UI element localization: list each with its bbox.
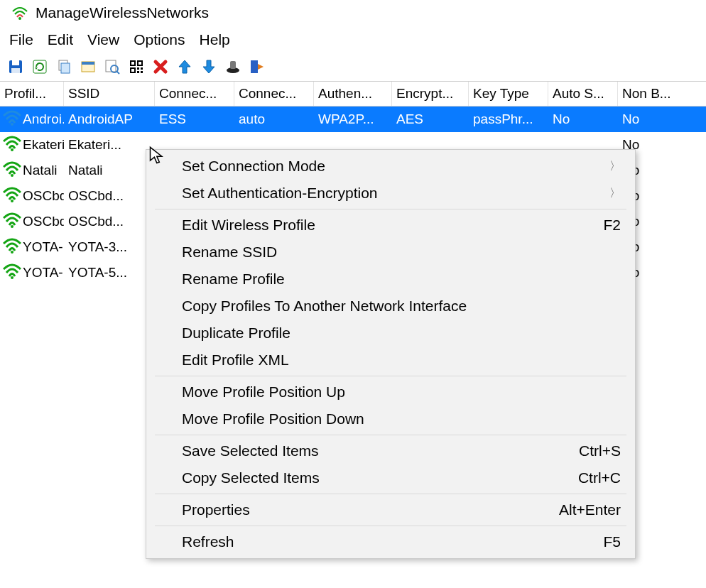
- connection-type-cell: [155, 143, 234, 147]
- authentication-cell: WPA2P...: [314, 109, 392, 129]
- interface-icon[interactable]: [223, 57, 243, 77]
- menu-item[interactable]: Edit Wireless ProfileF2: [146, 212, 635, 239]
- menu-item[interactable]: Rename SSID: [146, 239, 635, 266]
- column-encryption[interactable]: Encrypt...: [392, 82, 469, 106]
- submenu-arrow-icon: 〉: [609, 186, 621, 201]
- svg-point-0: [18, 17, 21, 20]
- move-up-icon[interactable]: [175, 57, 195, 77]
- column-auto-switch[interactable]: Auto S...: [548, 82, 618, 106]
- menu-view[interactable]: View: [85, 30, 121, 50]
- delete-icon[interactable]: [151, 57, 170, 77]
- profile-cell: YOTA-...: [0, 261, 64, 285]
- profile-name: OSCbd...: [23, 214, 64, 229]
- menu-item-label: Set Connection Mode: [182, 158, 325, 175]
- move-down-icon[interactable]: [199, 57, 219, 77]
- menu-item[interactable]: Save Selected ItemsCtrl+S: [146, 437, 635, 464]
- column-connection-mode[interactable]: Connec...: [234, 82, 314, 106]
- svg-point-29: [11, 225, 13, 228]
- profile-name: YOTA-...: [23, 239, 64, 255]
- non-broadcast-cell: No: [618, 109, 680, 129]
- menu-item-label: Set Authentication-Encryption: [182, 185, 378, 202]
- column-profile[interactable]: Profil...: [0, 82, 64, 106]
- column-key-type[interactable]: Key Type: [469, 82, 548, 106]
- refresh-icon[interactable]: [30, 57, 50, 77]
- context-menu: Set Connection Mode〉Set Authentication-E…: [146, 149, 636, 559]
- menu-item[interactable]: Copy Selected ItemsCtrl+C: [146, 464, 635, 491]
- svg-point-31: [11, 276, 13, 279]
- menu-edit[interactable]: Edit: [45, 30, 75, 50]
- menu-item-label: Copy Profiles To Another Network Interfa…: [182, 298, 467, 315]
- profile-name: OSCbdv: [23, 188, 64, 204]
- svg-rect-3: [11, 68, 20, 73]
- menu-item[interactable]: Rename Profile: [146, 266, 635, 293]
- svg-point-27: [11, 174, 13, 177]
- menubar: File Edit View Options Help: [0, 26, 706, 54]
- copy-icon[interactable]: [54, 57, 74, 77]
- menu-separator: [155, 209, 626, 209]
- profile-cell: Androi...: [0, 108, 64, 131]
- menu-item-label: Save Selected Items: [182, 442, 319, 459]
- menu-item[interactable]: Set Authentication-Encryption〉: [146, 180, 635, 207]
- svg-rect-8: [82, 62, 94, 65]
- encryption-cell: [392, 143, 469, 147]
- svg-point-25: [11, 123, 13, 126]
- menu-item[interactable]: Set Connection Mode〉: [146, 153, 635, 180]
- menu-item[interactable]: Edit Profile XML: [146, 347, 635, 374]
- auto-switch-cell: [548, 143, 618, 147]
- exit-icon[interactable]: [247, 57, 267, 77]
- menu-item-label: Edit Profile XML: [182, 352, 289, 369]
- profile-cell: Natali: [0, 159, 64, 183]
- menu-item-label: Copy Selected Items: [182, 469, 320, 486]
- menu-options[interactable]: Options: [131, 30, 187, 50]
- ssid-cell: OSCbd...: [64, 186, 155, 206]
- column-non-broadcast[interactable]: Non B...: [618, 82, 680, 106]
- menu-item-label: Move Profile Position Up: [182, 383, 345, 401]
- svg-rect-15: [131, 62, 134, 65]
- find-icon[interactable]: [102, 57, 122, 77]
- svg-rect-24: [251, 60, 258, 73]
- column-ssid[interactable]: SSID: [64, 82, 155, 106]
- menu-file[interactable]: File: [7, 30, 36, 50]
- column-authentication[interactable]: Authen...: [314, 82, 392, 106]
- table-row[interactable]: Androi...AndroidAPESSautoWPA2P...AESpass…: [0, 107, 706, 132]
- svg-point-28: [11, 200, 13, 202]
- save-icon[interactable]: [6, 57, 26, 77]
- menu-item[interactable]: Copy Profiles To Another Network Interfa…: [146, 293, 635, 320]
- menu-item[interactable]: PropertiesAlt+Enter: [146, 496, 635, 523]
- wifi-icon: [3, 187, 21, 206]
- menu-item[interactable]: RefreshF5: [146, 528, 635, 555]
- svg-point-30: [11, 251, 13, 254]
- profile-name: Natali: [23, 163, 58, 178]
- svg-rect-18: [137, 67, 139, 70]
- menu-item[interactable]: Move Profile Position Down: [146, 405, 635, 432]
- profile-cell: Ekateri...: [0, 134, 64, 157]
- auto-switch-cell: No: [548, 109, 618, 129]
- wifi-icon: [3, 161, 21, 180]
- svg-point-26: [11, 148, 13, 151]
- column-connection-type[interactable]: Connec...: [155, 82, 234, 106]
- submenu-arrow-icon: 〉: [609, 159, 621, 174]
- encryption-cell: AES: [392, 109, 469, 129]
- menu-separator: [155, 376, 626, 376]
- connection-mode-cell: auto: [234, 109, 314, 129]
- menu-shortcut: F5: [603, 533, 621, 550]
- menu-item[interactable]: Duplicate Profile: [146, 320, 635, 347]
- menu-item[interactable]: Move Profile Position Up: [146, 379, 635, 405]
- properties-icon[interactable]: [78, 57, 98, 77]
- key-type-cell: [469, 143, 548, 147]
- menu-item-label: Duplicate Profile: [182, 325, 290, 342]
- ssid-cell: AndroidAP: [64, 109, 155, 129]
- menu-separator: [155, 526, 626, 526]
- qrcode-icon[interactable]: [126, 57, 146, 77]
- menu-help[interactable]: Help: [197, 30, 232, 50]
- menu-shortcut: Ctrl+S: [579, 442, 621, 459]
- wifi-icon: [3, 238, 21, 257]
- menu-shortcut: Ctrl+C: [578, 469, 621, 486]
- menu-shortcut: Alt+Enter: [559, 501, 621, 518]
- profile-cell: OSCbdv: [0, 185, 64, 208]
- wifi-icon: [3, 263, 21, 283]
- menu-shortcut: F2: [603, 217, 621, 234]
- profile-cell: YOTA-...: [0, 236, 64, 259]
- menu-separator: [155, 494, 626, 494]
- svg-rect-16: [139, 62, 141, 65]
